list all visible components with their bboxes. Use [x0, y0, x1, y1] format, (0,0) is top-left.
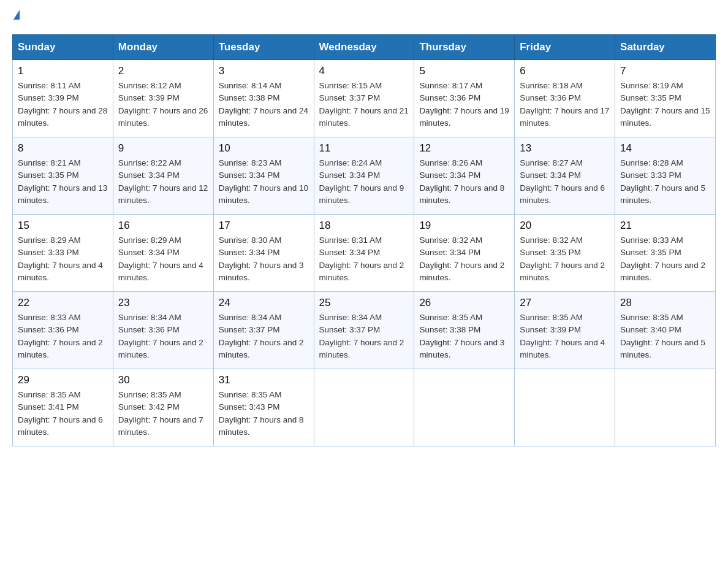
day-number: 1 — [18, 65, 108, 77]
day-info: Sunrise: 8:23 AMSunset: 3:34 PMDaylight:… — [219, 157, 309, 207]
calendar-cell: 19Sunrise: 8:32 AMSunset: 3:34 PMDayligh… — [414, 215, 515, 292]
calendar-cell: 31Sunrise: 8:35 AMSunset: 3:43 PMDayligh… — [213, 369, 314, 446]
day-info: Sunrise: 8:35 AMSunset: 3:43 PMDaylight:… — [219, 389, 309, 439]
day-number: 2 — [118, 65, 208, 77]
day-info: Sunrise: 8:35 AMSunset: 3:40 PMDaylight:… — [620, 312, 710, 361]
calendar-cell: 5Sunrise: 8:17 AMSunset: 3:36 PMDaylight… — [414, 60, 515, 137]
calendar-cell: 16Sunrise: 8:29 AMSunset: 3:34 PMDayligh… — [113, 215, 213, 292]
calendar-cell: 7Sunrise: 8:19 AMSunset: 3:35 PMDaylight… — [615, 60, 716, 137]
calendar-week-row: 8Sunrise: 8:21 AMSunset: 3:35 PMDaylight… — [13, 137, 716, 215]
calendar-cell: 15Sunrise: 8:29 AMSunset: 3:33 PMDayligh… — [13, 215, 113, 292]
day-info: Sunrise: 8:34 AMSunset: 3:37 PMDaylight:… — [219, 312, 309, 361]
day-info: Sunrise: 8:31 AMSunset: 3:34 PMDaylight:… — [319, 234, 409, 284]
day-info: Sunrise: 8:21 AMSunset: 3:35 PMDaylight:… — [18, 157, 108, 207]
calendar-cell: 25Sunrise: 8:34 AMSunset: 3:37 PMDayligh… — [314, 292, 414, 369]
day-info: Sunrise: 8:35 AMSunset: 3:42 PMDaylight:… — [118, 389, 208, 439]
calendar-cell — [515, 369, 615, 446]
day-number: 20 — [520, 220, 610, 232]
weekday-header-saturday: Saturday — [615, 35, 716, 60]
weekday-header-thursday: Thursday — [414, 35, 515, 60]
calendar-table: SundayMondayTuesdayWednesdayThursdayFrid… — [12, 34, 716, 446]
calendar-cell: 30Sunrise: 8:35 AMSunset: 3:42 PMDayligh… — [113, 369, 213, 446]
page-header — [12, 12, 716, 22]
day-number: 31 — [219, 374, 309, 386]
calendar-cell: 9Sunrise: 8:22 AMSunset: 3:34 PMDaylight… — [113, 137, 213, 215]
day-number: 22 — [18, 297, 108, 309]
calendar-cell: 27Sunrise: 8:35 AMSunset: 3:39 PMDayligh… — [515, 292, 615, 369]
calendar-cell: 6Sunrise: 8:18 AMSunset: 3:36 PMDaylight… — [515, 60, 615, 137]
calendar-week-row: 22Sunrise: 8:33 AMSunset: 3:36 PMDayligh… — [13, 292, 716, 369]
day-info: Sunrise: 8:32 AMSunset: 3:35 PMDaylight:… — [520, 234, 610, 284]
day-number: 13 — [520, 142, 610, 155]
weekday-header-monday: Monday — [113, 35, 213, 60]
calendar-cell: 29Sunrise: 8:35 AMSunset: 3:41 PMDayligh… — [13, 369, 113, 446]
day-number: 28 — [620, 297, 710, 309]
day-number: 5 — [419, 65, 509, 77]
calendar-cell: 4Sunrise: 8:15 AMSunset: 3:37 PMDaylight… — [314, 60, 414, 137]
calendar-cell: 14Sunrise: 8:28 AMSunset: 3:33 PMDayligh… — [615, 137, 716, 215]
day-number: 4 — [319, 65, 409, 77]
day-info: Sunrise: 8:33 AMSunset: 3:36 PMDaylight:… — [18, 312, 108, 361]
calendar-cell: 11Sunrise: 8:24 AMSunset: 3:34 PMDayligh… — [314, 137, 414, 215]
day-info: Sunrise: 8:22 AMSunset: 3:34 PMDaylight:… — [118, 157, 208, 207]
day-info: Sunrise: 8:11 AMSunset: 3:39 PMDaylight:… — [18, 80, 108, 129]
calendar-cell: 21Sunrise: 8:33 AMSunset: 3:35 PMDayligh… — [615, 215, 716, 292]
calendar-cell: 2Sunrise: 8:12 AMSunset: 3:39 PMDaylight… — [113, 60, 213, 137]
weekday-header-row: SundayMondayTuesdayWednesdayThursdayFrid… — [13, 35, 716, 60]
day-info: Sunrise: 8:29 AMSunset: 3:34 PMDaylight:… — [118, 234, 208, 284]
day-info: Sunrise: 8:15 AMSunset: 3:37 PMDaylight:… — [319, 80, 409, 129]
day-number: 21 — [620, 220, 710, 232]
weekday-header-wednesday: Wednesday — [314, 35, 414, 60]
logo-triangle-icon — [13, 10, 20, 20]
calendar-cell — [314, 369, 414, 446]
day-number: 3 — [219, 65, 309, 77]
day-info: Sunrise: 8:27 AMSunset: 3:34 PMDaylight:… — [520, 157, 610, 207]
day-info: Sunrise: 8:34 AMSunset: 3:36 PMDaylight:… — [118, 312, 208, 361]
calendar-cell: 22Sunrise: 8:33 AMSunset: 3:36 PMDayligh… — [13, 292, 113, 369]
day-number: 15 — [18, 220, 108, 232]
day-number: 16 — [118, 220, 208, 232]
weekday-header-sunday: Sunday — [13, 35, 113, 60]
calendar-cell: 23Sunrise: 8:34 AMSunset: 3:36 PMDayligh… — [113, 292, 213, 369]
day-number: 24 — [219, 297, 309, 309]
calendar-cell: 24Sunrise: 8:34 AMSunset: 3:37 PMDayligh… — [213, 292, 314, 369]
day-info: Sunrise: 8:14 AMSunset: 3:38 PMDaylight:… — [219, 80, 309, 129]
calendar-cell: 1Sunrise: 8:11 AMSunset: 3:39 PMDaylight… — [13, 60, 113, 137]
day-info: Sunrise: 8:30 AMSunset: 3:34 PMDaylight:… — [219, 234, 309, 284]
calendar-cell: 18Sunrise: 8:31 AMSunset: 3:34 PMDayligh… — [314, 215, 414, 292]
day-info: Sunrise: 8:17 AMSunset: 3:36 PMDaylight:… — [419, 80, 509, 129]
calendar-cell: 3Sunrise: 8:14 AMSunset: 3:38 PMDaylight… — [213, 60, 314, 137]
day-number: 14 — [620, 142, 710, 155]
calendar-cell — [615, 369, 716, 446]
calendar-cell: 12Sunrise: 8:26 AMSunset: 3:34 PMDayligh… — [414, 137, 515, 215]
day-number: 27 — [520, 297, 610, 309]
weekday-header-friday: Friday — [515, 35, 615, 60]
day-info: Sunrise: 8:34 AMSunset: 3:37 PMDaylight:… — [319, 312, 409, 361]
day-info: Sunrise: 8:12 AMSunset: 3:39 PMDaylight:… — [118, 80, 208, 129]
calendar-cell: 8Sunrise: 8:21 AMSunset: 3:35 PMDaylight… — [13, 137, 113, 215]
day-info: Sunrise: 8:19 AMSunset: 3:35 PMDaylight:… — [620, 80, 710, 129]
day-number: 11 — [319, 142, 409, 155]
calendar-cell: 17Sunrise: 8:30 AMSunset: 3:34 PMDayligh… — [213, 215, 314, 292]
calendar-week-row: 1Sunrise: 8:11 AMSunset: 3:39 PMDaylight… — [13, 60, 716, 137]
day-info: Sunrise: 8:26 AMSunset: 3:34 PMDaylight:… — [419, 157, 509, 207]
day-number: 7 — [620, 65, 710, 77]
day-number: 19 — [419, 220, 509, 232]
day-number: 25 — [319, 297, 409, 309]
day-info: Sunrise: 8:35 AMSunset: 3:41 PMDaylight:… — [18, 389, 108, 439]
day-number: 29 — [18, 374, 108, 386]
day-number: 26 — [419, 297, 509, 309]
calendar-cell: 20Sunrise: 8:32 AMSunset: 3:35 PMDayligh… — [515, 215, 615, 292]
day-info: Sunrise: 8:18 AMSunset: 3:36 PMDaylight:… — [520, 80, 610, 129]
day-info: Sunrise: 8:35 AMSunset: 3:39 PMDaylight:… — [520, 312, 610, 361]
calendar-cell: 13Sunrise: 8:27 AMSunset: 3:34 PMDayligh… — [515, 137, 615, 215]
day-info: Sunrise: 8:32 AMSunset: 3:34 PMDaylight:… — [419, 234, 509, 284]
day-number: 10 — [219, 142, 309, 155]
day-info: Sunrise: 8:28 AMSunset: 3:33 PMDaylight:… — [620, 157, 710, 207]
day-number: 30 — [118, 374, 208, 386]
day-number: 12 — [419, 142, 509, 155]
calendar-cell — [414, 369, 515, 446]
day-number: 23 — [118, 297, 208, 309]
calendar-week-row: 29Sunrise: 8:35 AMSunset: 3:41 PMDayligh… — [13, 369, 716, 446]
calendar-cell: 10Sunrise: 8:23 AMSunset: 3:34 PMDayligh… — [213, 137, 314, 215]
